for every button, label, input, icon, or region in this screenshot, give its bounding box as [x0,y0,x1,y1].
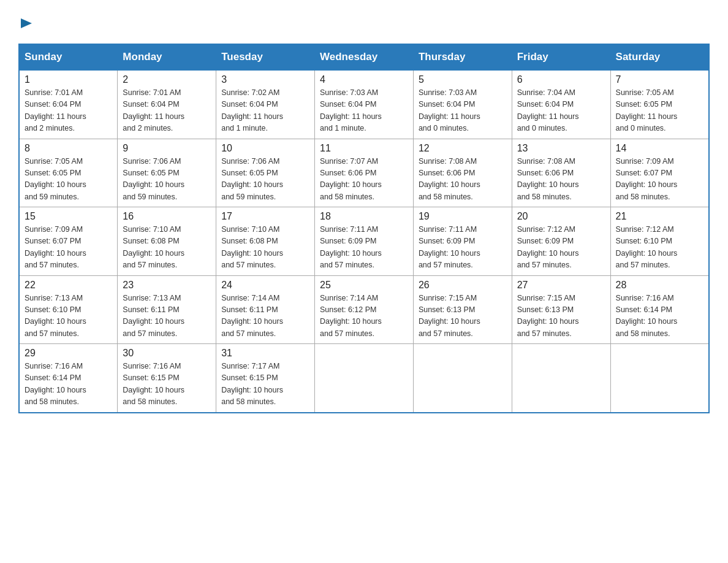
day-info: Sunrise: 7:08 AMSunset: 6:06 PMDaylight:… [419,156,507,204]
calendar-day-cell: 8Sunrise: 7:05 AMSunset: 6:05 PMDaylight… [19,139,118,207]
weekday-header-monday: Monday [118,44,216,70]
day-number: 3 [221,74,309,85]
day-info: Sunrise: 7:13 AMSunset: 6:10 PMDaylight:… [25,293,112,340]
calendar-day-cell: 3Sunrise: 7:02 AMSunset: 6:04 PMDaylight… [216,70,315,139]
day-number: 20 [517,211,605,222]
day-info: Sunrise: 7:11 AMSunset: 6:09 PMDaylight:… [419,224,507,272]
calendar-day-cell: 21Sunrise: 7:12 AMSunset: 6:10 PMDayligh… [610,207,709,276]
day-info: Sunrise: 7:16 AMSunset: 6:15 PMDaylight:… [123,361,211,408]
day-info: Sunrise: 7:02 AMSunset: 6:04 PMDaylight:… [221,87,309,135]
calendar-day-cell [512,344,610,413]
calendar-day-cell: 30Sunrise: 7:16 AMSunset: 6:15 PMDayligh… [118,344,216,413]
day-info: Sunrise: 7:15 AMSunset: 6:13 PMDaylight:… [419,293,507,340]
calendar-day-cell: 16Sunrise: 7:10 AMSunset: 6:08 PMDayligh… [118,207,216,276]
day-info: Sunrise: 7:09 AMSunset: 6:07 PMDaylight:… [616,156,703,204]
logo [18,17,33,33]
calendar-day-cell: 4Sunrise: 7:03 AMSunset: 6:04 PMDaylight… [315,70,414,139]
day-info: Sunrise: 7:10 AMSunset: 6:08 PMDaylight:… [221,224,309,272]
day-info: Sunrise: 7:05 AMSunset: 6:05 PMDaylight:… [25,156,112,204]
calendar-day-cell: 25Sunrise: 7:14 AMSunset: 6:12 PMDayligh… [315,275,414,344]
day-number: 6 [517,74,605,85]
calendar-day-cell: 26Sunrise: 7:15 AMSunset: 6:13 PMDayligh… [413,275,512,344]
day-info: Sunrise: 7:10 AMSunset: 6:08 PMDaylight:… [123,224,211,272]
day-number: 29 [25,348,112,359]
day-number: 19 [419,211,507,222]
svg-marker-0 [21,18,32,28]
logo-flag-icon [20,17,33,31]
day-number: 15 [25,211,112,222]
day-info: Sunrise: 7:01 AMSunset: 6:04 PMDaylight:… [123,87,211,135]
weekday-header-tuesday: Tuesday [216,44,315,70]
day-info: Sunrise: 7:03 AMSunset: 6:04 PMDaylight:… [419,87,507,135]
day-number: 21 [616,211,703,222]
day-number: 5 [419,74,507,85]
day-info: Sunrise: 7:12 AMSunset: 6:10 PMDaylight:… [616,224,703,272]
day-info: Sunrise: 7:16 AMSunset: 6:14 PMDaylight:… [616,293,703,340]
day-info: Sunrise: 7:08 AMSunset: 6:06 PMDaylight:… [517,156,605,204]
day-number: 7 [616,74,703,85]
day-info: Sunrise: 7:09 AMSunset: 6:07 PMDaylight:… [25,224,112,272]
calendar-day-cell [610,344,709,413]
weekday-header-row: SundayMondayTuesdayWednesdayThursdayFrid… [19,44,709,70]
calendar-day-cell: 13Sunrise: 7:08 AMSunset: 6:06 PMDayligh… [512,139,610,207]
day-number: 17 [221,211,309,222]
day-number: 1 [25,74,112,85]
calendar-day-cell: 31Sunrise: 7:17 AMSunset: 6:15 PMDayligh… [216,344,315,413]
logo-icon [18,17,33,33]
weekday-header-thursday: Thursday [413,44,512,70]
day-info: Sunrise: 7:12 AMSunset: 6:09 PMDaylight:… [517,224,605,272]
calendar-day-cell: 12Sunrise: 7:08 AMSunset: 6:06 PMDayligh… [413,139,512,207]
weekday-header-wednesday: Wednesday [315,44,414,70]
day-number: 13 [517,143,605,154]
day-info: Sunrise: 7:15 AMSunset: 6:13 PMDaylight:… [517,293,605,340]
day-number: 31 [221,348,309,359]
day-number: 12 [419,143,507,154]
day-number: 24 [221,280,309,291]
calendar-week-row: 29Sunrise: 7:16 AMSunset: 6:14 PMDayligh… [19,344,709,413]
day-number: 18 [320,211,408,222]
calendar-day-cell: 22Sunrise: 7:13 AMSunset: 6:10 PMDayligh… [19,275,118,344]
day-number: 11 [320,143,408,154]
calendar-day-cell: 17Sunrise: 7:10 AMSunset: 6:08 PMDayligh… [216,207,315,276]
calendar-day-cell: 15Sunrise: 7:09 AMSunset: 6:07 PMDayligh… [19,207,118,276]
day-info: Sunrise: 7:14 AMSunset: 6:12 PMDaylight:… [320,293,408,340]
weekday-header-sunday: Sunday [19,44,118,70]
day-info: Sunrise: 7:06 AMSunset: 6:05 PMDaylight:… [221,156,309,204]
calendar-day-cell: 24Sunrise: 7:14 AMSunset: 6:11 PMDayligh… [216,275,315,344]
day-info: Sunrise: 7:17 AMSunset: 6:15 PMDaylight:… [221,361,309,408]
calendar-week-row: 15Sunrise: 7:09 AMSunset: 6:07 PMDayligh… [19,207,709,276]
calendar-day-cell: 28Sunrise: 7:16 AMSunset: 6:14 PMDayligh… [610,275,709,344]
day-number: 10 [221,143,309,154]
day-number: 28 [616,280,703,291]
day-info: Sunrise: 7:05 AMSunset: 6:05 PMDaylight:… [616,87,703,135]
calendar-week-row: 8Sunrise: 7:05 AMSunset: 6:05 PMDaylight… [19,139,709,207]
day-number: 27 [517,280,605,291]
calendar-day-cell: 29Sunrise: 7:16 AMSunset: 6:14 PMDayligh… [19,344,118,413]
day-info: Sunrise: 7:07 AMSunset: 6:06 PMDaylight:… [320,156,408,204]
day-info: Sunrise: 7:04 AMSunset: 6:04 PMDaylight:… [517,87,605,135]
day-number: 30 [123,348,211,359]
calendar-day-cell [413,344,512,413]
calendar-day-cell: 18Sunrise: 7:11 AMSunset: 6:09 PMDayligh… [315,207,414,276]
day-number: 8 [25,143,112,154]
day-number: 26 [419,280,507,291]
calendar-day-cell: 23Sunrise: 7:13 AMSunset: 6:11 PMDayligh… [118,275,216,344]
day-number: 25 [320,280,408,291]
calendar-day-cell: 9Sunrise: 7:06 AMSunset: 6:05 PMDaylight… [118,139,216,207]
calendar-day-cell: 2Sunrise: 7:01 AMSunset: 6:04 PMDaylight… [118,70,216,139]
day-number: 9 [123,143,211,154]
calendar-day-cell: 1Sunrise: 7:01 AMSunset: 6:04 PMDaylight… [19,70,118,139]
calendar-day-cell: 10Sunrise: 7:06 AMSunset: 6:05 PMDayligh… [216,139,315,207]
day-info: Sunrise: 7:01 AMSunset: 6:04 PMDaylight:… [25,87,112,135]
weekday-header-friday: Friday [512,44,610,70]
calendar-day-cell: 11Sunrise: 7:07 AMSunset: 6:06 PMDayligh… [315,139,414,207]
calendar-week-row: 22Sunrise: 7:13 AMSunset: 6:10 PMDayligh… [19,275,709,344]
day-info: Sunrise: 7:06 AMSunset: 6:05 PMDaylight:… [123,156,211,204]
day-number: 22 [25,280,112,291]
calendar-day-cell: 27Sunrise: 7:15 AMSunset: 6:13 PMDayligh… [512,275,610,344]
page-header [18,12,710,33]
calendar-day-cell: 20Sunrise: 7:12 AMSunset: 6:09 PMDayligh… [512,207,610,276]
day-info: Sunrise: 7:11 AMSunset: 6:09 PMDaylight:… [320,224,408,272]
day-number: 14 [616,143,703,154]
calendar-day-cell: 14Sunrise: 7:09 AMSunset: 6:07 PMDayligh… [610,139,709,207]
